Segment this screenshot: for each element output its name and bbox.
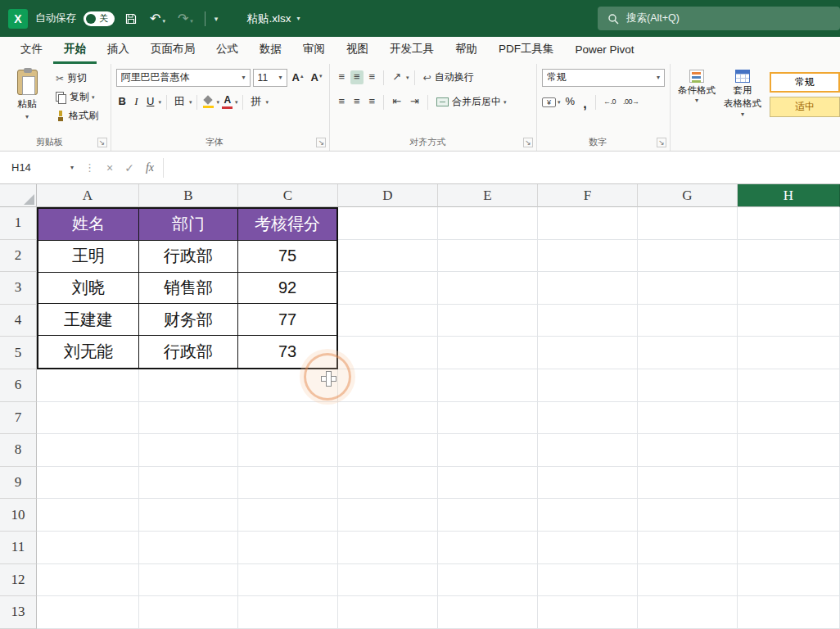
font-name-combo[interactable]: 阿里巴巴普惠体 ▾ <box>116 69 251 87</box>
borders-dropdown-icon[interactable]: ▾ <box>189 99 192 105</box>
underline-button[interactable]: U <box>144 94 156 109</box>
tab-file[interactable]: 文件 <box>10 37 53 64</box>
copy-button[interactable]: 复制 ▾ <box>52 88 102 106</box>
autosave-toggle[interactable]: 关 <box>84 11 115 26</box>
cell-E12[interactable] <box>438 564 538 597</box>
italic-button[interactable]: I <box>131 94 142 109</box>
format-as-table-button[interactable]: 套用 表格格式 ▾ <box>720 66 765 118</box>
fill-color-dropdown-icon[interactable]: ▾ <box>216 99 219 105</box>
enter-button[interactable]: ✓ <box>119 161 140 174</box>
row-header-13[interactable]: 13 <box>0 596 37 629</box>
cell-D5[interactable] <box>338 337 438 369</box>
paste-button[interactable]: 粘贴 ▾ <box>5 66 49 124</box>
cell-D4[interactable] <box>338 305 438 337</box>
percent-style-button[interactable]: % <box>563 94 578 109</box>
cell-C12[interactable] <box>238 564 338 597</box>
cell-A9[interactable] <box>37 467 139 500</box>
cell-H8[interactable] <box>738 434 840 467</box>
column-header-B[interactable]: B <box>139 184 238 207</box>
cell-E9[interactable] <box>438 467 538 500</box>
cell-C11[interactable] <box>238 532 338 564</box>
cell-D6[interactable] <box>338 369 438 402</box>
row-header-11[interactable]: 11 <box>0 532 37 564</box>
tab-formulas[interactable]: 公式 <box>205 37 249 64</box>
cell-H10[interactable] <box>738 499 840 532</box>
cell-F2[interactable] <box>538 240 638 273</box>
fill-color-button[interactable] <box>202 96 215 108</box>
cell-H4[interactable] <box>738 305 840 337</box>
conditional-formatting-button[interactable]: 条件格式 ▾ <box>674 66 720 118</box>
table-cell-C3[interactable]: 92 <box>238 273 336 305</box>
orientation-button[interactable]: ↗ <box>389 70 404 84</box>
copy-dropdown-icon[interactable]: ▾ <box>92 94 95 100</box>
cell-G6[interactable] <box>638 369 738 402</box>
redo-button[interactable]: ↷ ▾ <box>175 11 196 27</box>
bold-button[interactable]: B <box>116 94 129 109</box>
cell-G13[interactable] <box>638 596 738 629</box>
cell-F7[interactable] <box>538 402 638 435</box>
cell-E6[interactable] <box>438 369 538 402</box>
column-header-E[interactable]: E <box>438 184 538 207</box>
cell-D1[interactable] <box>338 207 438 240</box>
table-cell-A3[interactable]: 刘晓 <box>38 273 139 305</box>
table-header-C1[interactable]: 考核得分 <box>238 209 336 241</box>
cell-G5[interactable] <box>638 337 738 369</box>
table-cell-B5[interactable]: 行政部 <box>139 336 238 368</box>
cell-B9[interactable] <box>139 467 238 500</box>
cell-G9[interactable] <box>638 467 738 500</box>
cell-D7[interactable] <box>338 402 438 435</box>
cell-D13[interactable] <box>338 596 438 629</box>
row-header-8[interactable]: 8 <box>0 434 37 467</box>
decrease-indent-button[interactable]: ⇤ <box>389 95 404 108</box>
row-header-2[interactable]: 2 <box>0 240 37 273</box>
tab-data[interactable]: 数据 <box>249 37 292 64</box>
tab-developer[interactable]: 开发工具 <box>379 37 445 64</box>
column-header-F[interactable]: F <box>538 184 638 207</box>
row-header-10[interactable]: 10 <box>0 499 37 532</box>
tab-view[interactable]: 视图 <box>336 37 379 64</box>
cell-C7[interactable] <box>238 402 338 435</box>
cell-style-neutral[interactable]: 适中 <box>770 97 840 117</box>
cell-G10[interactable] <box>638 499 738 532</box>
search-box[interactable]: 搜索(Alt+Q) <box>598 7 840 30</box>
phonetic-dropdown-icon[interactable]: ▾ <box>265 99 269 105</box>
decrease-decimal-button[interactable]: .00→ <box>621 97 642 108</box>
format-painter-button[interactable]: 格式刷 <box>52 107 102 124</box>
cell-E11[interactable] <box>438 532 538 564</box>
cell-C6[interactable] <box>238 369 338 402</box>
excel-app-icon[interactable] <box>8 9 28 29</box>
cell-G8[interactable] <box>638 434 738 467</box>
align-center-button[interactable]: ≡ <box>350 95 364 108</box>
row-header-5[interactable]: 5 <box>0 337 37 369</box>
cell-F5[interactable] <box>538 337 638 369</box>
cell-F12[interactable] <box>538 564 638 597</box>
cell-E10[interactable] <box>438 499 538 532</box>
cell-H13[interactable] <box>738 596 840 629</box>
cell-F1[interactable] <box>538 207 638 240</box>
cell-F11[interactable] <box>538 532 638 564</box>
cell-G1[interactable] <box>638 207 738 240</box>
cell-A8[interactable] <box>37 434 139 467</box>
cell-H12[interactable] <box>738 564 840 597</box>
column-header-H[interactable]: H <box>738 184 840 207</box>
cell-E8[interactable] <box>438 434 538 467</box>
tab-home[interactable]: 开始 <box>53 37 97 64</box>
row-header-9[interactable]: 9 <box>0 467 37 500</box>
cell-F6[interactable] <box>538 369 638 402</box>
cell-E3[interactable] <box>438 272 538 305</box>
cell-D11[interactable] <box>338 532 438 564</box>
cell-C8[interactable] <box>238 434 338 467</box>
table-cell-C2[interactable]: 75 <box>238 241 336 273</box>
column-header-C[interactable]: C <box>238 184 338 207</box>
formula-input[interactable] <box>167 152 840 183</box>
merge-center-button[interactable]: 合并后居中 ▾ <box>433 93 510 111</box>
row-header-7[interactable]: 7 <box>0 402 37 435</box>
name-box[interactable]: H14 ▾ <box>7 157 79 179</box>
table-cell-B3[interactable]: 销售部 <box>139 273 238 305</box>
wrap-text-button[interactable]: ↩ 自动换行 <box>420 69 477 86</box>
cell-G7[interactable] <box>638 402 738 435</box>
workbook-title[interactable]: 粘贴.xlsx ▾ <box>246 11 300 26</box>
cell-A7[interactable] <box>37 402 139 435</box>
font-color-button[interactable]: A <box>222 95 233 108</box>
cell-B6[interactable] <box>139 369 238 402</box>
